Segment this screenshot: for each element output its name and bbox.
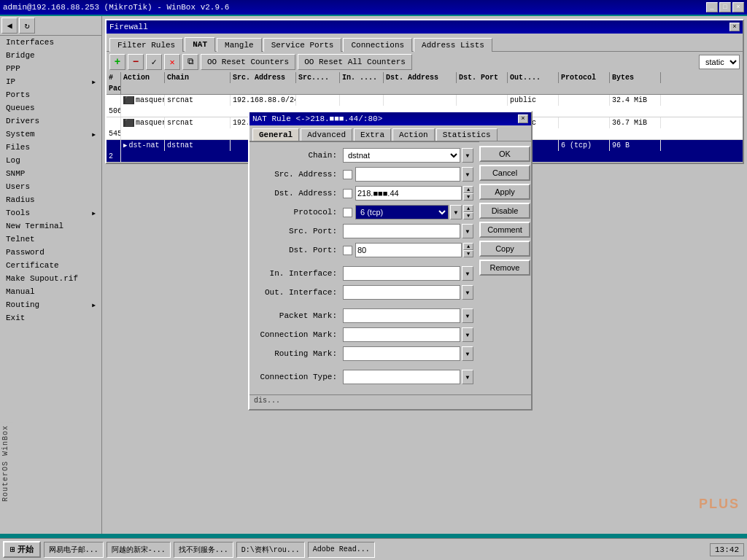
nat-tab-advanced[interactable]: Advanced bbox=[301, 128, 352, 141]
start-button[interactable]: ⊞ 开始 bbox=[3, 541, 41, 558]
nat-tab-general[interactable]: General bbox=[252, 128, 299, 141]
sidebar-label-exit: Exit bbox=[6, 314, 25, 322]
dst-port-up[interactable]: ▲ bbox=[463, 243, 473, 250]
col-dst-addr: Dst. Address bbox=[384, 72, 457, 83]
enable-rule-button[interactable]: ✓ bbox=[146, 54, 162, 70]
src-address-checkbox[interactable] bbox=[343, 170, 352, 179]
nat-tab-extra[interactable]: Extra bbox=[354, 128, 391, 141]
sidebar-item-ip[interactable]: IP bbox=[0, 75, 101, 88]
in-interface-input[interactable] bbox=[343, 266, 460, 281]
dst-address-dn[interactable]: ▼ bbox=[463, 193, 473, 201]
sidebar-item-new-terminal[interactable]: New Terminal bbox=[0, 219, 101, 233]
close-button[interactable]: × bbox=[732, 2, 744, 12]
packet-mark-dropdown[interactable]: ▼ bbox=[462, 308, 473, 323]
dst-port-checkbox[interactable] bbox=[343, 246, 352, 255]
chain-select[interactable]: dstnat bbox=[343, 148, 460, 163]
out-interface-dropdown[interactable]: ▼ bbox=[462, 285, 473, 300]
comment-button[interactable]: Comment bbox=[479, 222, 530, 238]
dst-port-dn[interactable]: ▼ bbox=[463, 250, 473, 257]
sidebar-item-tools[interactable]: Tools bbox=[0, 206, 101, 219]
src-port-dropdown[interactable]: ▼ bbox=[462, 224, 473, 238]
sidebar-item-interfaces[interactable]: Interfaces bbox=[0, 36, 101, 49]
disable-button[interactable]: Disable bbox=[479, 203, 530, 219]
nat-dialog-close-button[interactable]: × bbox=[518, 114, 528, 123]
tab-nat[interactable]: NAT bbox=[185, 37, 215, 52]
dst-address-up[interactable]: ▲ bbox=[463, 186, 473, 193]
sidebar-item-snmp[interactable]: SNMP bbox=[0, 167, 101, 180]
tab-mangle[interactable]: Mangle bbox=[217, 38, 262, 52]
nat-tab-action[interactable]: Action bbox=[392, 128, 435, 141]
sidebar-item-system[interactable]: System bbox=[0, 128, 101, 141]
sidebar-back-button[interactable]: ◀ bbox=[1, 18, 18, 34]
protocol-dropdown[interactable]: ▼ bbox=[450, 205, 462, 219]
routing-mark-input[interactable] bbox=[343, 346, 460, 361]
tab-filter-rules[interactable]: Filter Rules bbox=[109, 38, 183, 52]
taskbar-item-2[interactable]: 阿越的新宋-... bbox=[107, 542, 171, 558]
sidebar-item-files[interactable]: Files bbox=[0, 141, 101, 154]
protocol-scroll: ▲ ▼ bbox=[463, 205, 473, 219]
copy-button[interactable]: Copy bbox=[479, 241, 530, 257]
sidebar-item-log[interactable]: Log bbox=[0, 154, 101, 167]
sidebar-refresh-button[interactable]: ↻ bbox=[19, 18, 35, 34]
add-rule-button[interactable]: + bbox=[109, 54, 125, 70]
firewall-close-button[interactable]: × bbox=[729, 23, 740, 31]
taskbar-item-1[interactable]: 网易电子邮... bbox=[44, 542, 104, 558]
connection-mark-input[interactable] bbox=[343, 327, 460, 342]
chain-label: Chain: bbox=[255, 151, 343, 160]
src-address-dropdown[interactable]: ▼ bbox=[462, 167, 473, 182]
sidebar-label-ports: Ports bbox=[6, 90, 30, 99]
copy-rule-button[interactable]: ⧉ bbox=[182, 54, 198, 70]
dst-address-checkbox[interactable] bbox=[343, 189, 352, 198]
src-port-input[interactable] bbox=[343, 224, 460, 238]
connection-type-dropdown[interactable]: ▼ bbox=[462, 370, 473, 384]
tab-service-ports[interactable]: Service Ports bbox=[263, 38, 342, 52]
sidebar-item-certificate[interactable]: Certificate bbox=[0, 259, 101, 272]
sidebar-label-password: Password bbox=[6, 248, 44, 257]
reset-all-counters-button[interactable]: OO Reset All Counters bbox=[298, 54, 412, 70]
nat-tab-statistics[interactable]: Statistics bbox=[436, 128, 498, 141]
dst-address-input[interactable] bbox=[355, 186, 462, 201]
sidebar-item-routing[interactable]: Routing bbox=[0, 298, 101, 311]
packet-mark-input[interactable] bbox=[343, 308, 460, 323]
sidebar-item-manual[interactable]: Manual bbox=[0, 285, 101, 298]
maximize-button[interactable]: □ bbox=[719, 2, 731, 12]
in-interface-dropdown[interactable]: ▼ bbox=[462, 266, 473, 281]
sidebar-item-queues[interactable]: Queues bbox=[0, 101, 101, 114]
sidebar-item-telnet[interactable]: Telnet bbox=[0, 233, 101, 246]
sidebar-item-exit[interactable]: Exit bbox=[0, 311, 101, 324]
connection-mark-dropdown[interactable]: ▼ bbox=[462, 327, 473, 342]
protocol-up[interactable]: ▲ bbox=[463, 205, 473, 212]
apply-button[interactable]: Apply bbox=[479, 184, 530, 200]
sidebar-item-bridge[interactable]: Bridge bbox=[0, 49, 101, 62]
sidebar-item-drivers[interactable]: Drivers bbox=[0, 114, 101, 128]
tab-connections[interactable]: Connections bbox=[343, 38, 412, 52]
protocol-select[interactable]: 6 (tcp) bbox=[355, 205, 449, 219]
protocol-checkbox[interactable] bbox=[343, 208, 352, 217]
sidebar-item-users[interactable]: Users bbox=[0, 180, 101, 193]
connection-type-input[interactable] bbox=[343, 370, 460, 384]
out-interface-input[interactable] bbox=[343, 285, 460, 300]
disable-rule-button[interactable]: ✕ bbox=[164, 54, 180, 70]
remove-rule-button[interactable]: − bbox=[128, 54, 144, 70]
minimize-button[interactable]: _ bbox=[706, 2, 718, 12]
taskbar-item-5[interactable]: Adobe Read... bbox=[308, 542, 375, 558]
dst-port-input[interactable] bbox=[355, 243, 462, 257]
reset-counters-button[interactable]: OO Reset Counters bbox=[201, 54, 295, 70]
sidebar-item-password[interactable]: Password bbox=[0, 246, 101, 259]
sidebar-item-ports[interactable]: Ports bbox=[0, 88, 101, 101]
ok-button[interactable]: OK bbox=[479, 146, 530, 162]
sidebar-item-radius[interactable]: Radius bbox=[0, 193, 101, 206]
cancel-button[interactable]: Cancel bbox=[479, 165, 530, 181]
src-address-input[interactable] bbox=[355, 167, 460, 182]
taskbar-item-3[interactable]: 找不到服务... bbox=[174, 542, 233, 558]
chain-dropdown-arrow[interactable]: ▼ bbox=[462, 148, 473, 163]
sidebar-item-ppp[interactable]: PPP bbox=[0, 62, 101, 75]
routing-mark-dropdown[interactable]: ▼ bbox=[462, 346, 473, 361]
sidebar-item-supout[interactable]: Make Supout.rif bbox=[0, 272, 101, 285]
tab-address-lists[interactable]: Address Lists bbox=[414, 38, 492, 52]
remove-button[interactable]: Remove bbox=[479, 260, 530, 276]
view-mode-select[interactable]: static bbox=[699, 55, 740, 69]
taskbar-item-4[interactable]: D:\资料\rou... bbox=[236, 542, 305, 558]
row3-action: ▶ dst-nat bbox=[121, 140, 165, 151]
protocol-dn[interactable]: ▼ bbox=[463, 212, 473, 219]
